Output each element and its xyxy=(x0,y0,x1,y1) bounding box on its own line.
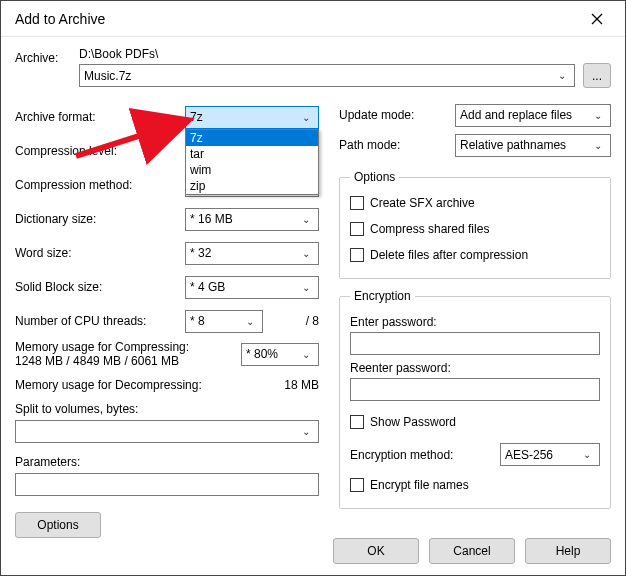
enter-password-input[interactable] xyxy=(350,332,600,355)
encryption-method-label: Encryption method: xyxy=(350,448,490,462)
format-option-zip[interactable]: zip xyxy=(186,178,318,194)
dialog-buttons: OK Cancel Help xyxy=(1,527,625,575)
dialog-add-to-archive: Add to Archive Archive: D:\Book PDFs\ Mu… xyxy=(0,0,626,576)
chevron-down-icon: ⌄ xyxy=(590,110,606,121)
chevron-down-icon: ⌄ xyxy=(298,248,314,259)
encryption-group: Encryption Enter password: Reenter passw… xyxy=(339,289,611,509)
mem-compress-pct-select[interactable]: * 80% ⌄ xyxy=(241,343,319,366)
split-volumes-input[interactable]: ⌄ xyxy=(15,420,319,443)
compression-method-label: Compression method: xyxy=(15,178,185,192)
encryption-method-select[interactable]: AES-256 ⌄ xyxy=(500,443,600,466)
show-password-checkbox[interactable] xyxy=(350,415,364,429)
right-column: Update mode: Add and replace files ⌄ Pat… xyxy=(339,100,611,538)
format-option-tar[interactable]: tar xyxy=(186,146,318,162)
chevron-down-icon: ⌄ xyxy=(579,449,595,460)
update-mode-select[interactable]: Add and replace files ⌄ xyxy=(455,104,611,127)
format-label: Archive format: xyxy=(15,110,185,124)
chevron-down-icon: ⌄ xyxy=(298,112,314,123)
parameters-label: Parameters: xyxy=(15,455,319,469)
close-button[interactable] xyxy=(577,4,617,34)
options-legend: Options xyxy=(350,170,399,184)
reenter-password-label: Reenter password: xyxy=(350,361,600,375)
chevron-down-icon: ⌄ xyxy=(590,140,606,151)
shared-label: Compress shared files xyxy=(370,222,489,236)
format-option-wim[interactable]: wim xyxy=(186,162,318,178)
show-password-label: Show Password xyxy=(370,415,456,429)
dialog-body: Archive: D:\Book PDFs\ Music.7z ⌄ ... Ar… xyxy=(1,37,625,550)
sfx-label: Create SFX archive xyxy=(370,196,475,210)
sfx-checkbox[interactable] xyxy=(350,196,364,210)
archive-format-dropdown-list: 7z tar wim zip xyxy=(185,129,319,195)
solid-block-size-label: Solid Block size: xyxy=(15,280,185,294)
browse-button[interactable]: ... xyxy=(583,63,611,88)
archive-name-input[interactable]: Music.7z ⌄ xyxy=(79,64,575,87)
chevron-down-icon: ⌄ xyxy=(298,214,314,225)
chevron-down-icon: ⌄ xyxy=(242,316,258,327)
format-option-7z[interactable]: 7z xyxy=(186,130,318,146)
chevron-down-icon: ⌄ xyxy=(554,70,570,81)
titlebar: Add to Archive xyxy=(1,1,625,37)
cancel-button[interactable]: Cancel xyxy=(429,538,515,564)
mem-compress-label: Memory usage for Compressing: xyxy=(15,340,241,354)
parameters-input[interactable] xyxy=(15,473,319,496)
archive-path: D:\Book PDFs\ xyxy=(79,47,611,61)
update-mode-label: Update mode: xyxy=(339,108,447,122)
cpu-threads-total: / 8 xyxy=(263,314,319,328)
word-size-label: Word size: xyxy=(15,246,185,260)
mem-decompress-label: Memory usage for Decompressing: xyxy=(15,378,202,392)
mem-compress-value: 1248 MB / 4849 MB / 6061 MB xyxy=(15,354,241,368)
chevron-down-icon: ⌄ xyxy=(298,349,314,360)
compression-level-label: Compression level: xyxy=(15,144,185,158)
chevron-down-icon: ⌄ xyxy=(298,282,314,293)
close-icon xyxy=(591,13,603,25)
shared-checkbox[interactable] xyxy=(350,222,364,236)
enter-password-label: Enter password: xyxy=(350,315,600,329)
split-volumes-label: Split to volumes, bytes: xyxy=(15,402,319,416)
help-button[interactable]: Help xyxy=(525,538,611,564)
cpu-threads-select[interactable]: * 8 ⌄ xyxy=(185,310,263,333)
delete-after-checkbox[interactable] xyxy=(350,248,364,262)
encrypt-names-checkbox[interactable] xyxy=(350,478,364,492)
dictionary-size-label: Dictionary size: xyxy=(15,212,185,226)
window-title: Add to Archive xyxy=(15,11,577,27)
archive-format-select[interactable]: 7z ⌄ xyxy=(185,106,319,129)
path-mode-label: Path mode: xyxy=(339,138,447,152)
encryption-legend: Encryption xyxy=(350,289,415,303)
left-column: Archive format: 7z ⌄ 7z tar wim zip xyxy=(15,100,319,538)
archive-label: Archive: xyxy=(15,47,73,65)
mem-decompress-value: 18 MB xyxy=(284,378,319,392)
ok-button[interactable]: OK xyxy=(333,538,419,564)
word-size-select[interactable]: * 32 ⌄ xyxy=(185,242,319,265)
delete-after-label: Delete files after compression xyxy=(370,248,528,262)
cpu-threads-label: Number of CPU threads: xyxy=(15,314,185,328)
options-group: Options Create SFX archive Compress shar… xyxy=(339,170,611,279)
reenter-password-input[interactable] xyxy=(350,378,600,401)
dictionary-size-select[interactable]: * 16 MB ⌄ xyxy=(185,208,319,231)
chevron-down-icon: ⌄ xyxy=(298,426,314,437)
solid-block-size-select[interactable]: * 4 GB ⌄ xyxy=(185,276,319,299)
path-mode-select[interactable]: Relative pathnames ⌄ xyxy=(455,134,611,157)
encrypt-names-label: Encrypt file names xyxy=(370,478,469,492)
